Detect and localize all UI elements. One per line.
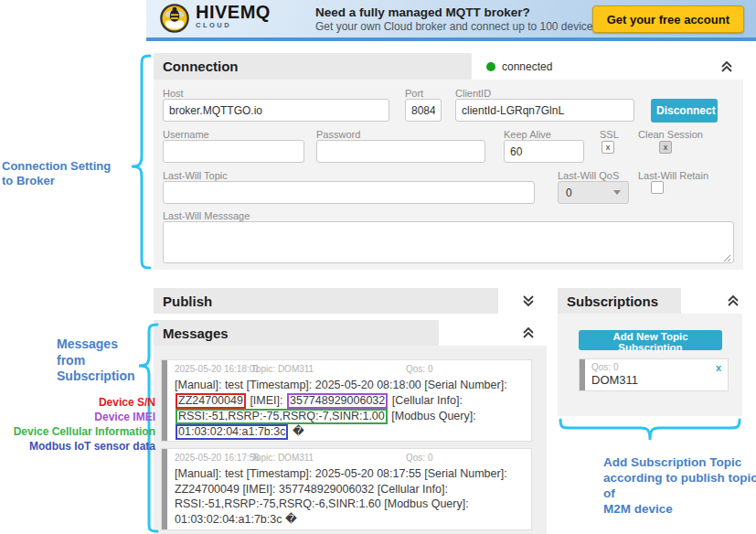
modbus-query-value: 01:03:02:04:a1:7b:3c: [175, 513, 282, 526]
message-accent-bar: [162, 360, 167, 441]
host-label: Host: [163, 88, 184, 99]
last-will-qos-value: 0: [566, 187, 572, 199]
keep-alive-input[interactable]: [504, 140, 584, 163]
ssl-checkbox[interactable]: x: [602, 141, 614, 154]
subscriptions-title: Subscriptions: [558, 294, 658, 309]
chevron-down-icon: [613, 190, 621, 195]
port-label: Port: [405, 88, 423, 99]
modbus-query-value: 01:03:02:04:a1:7b:3c: [176, 424, 288, 440]
subscription-item[interactable]: Qos: 0 DOM311 x: [579, 358, 729, 391]
messages-title: Messages: [154, 326, 229, 341]
serial-number-value: ZZ24700049: [176, 393, 246, 409]
message-payload: [Manual]: test [Timestamp]: 2025-05-20 0…: [175, 378, 524, 440]
messages-list: 2025-05-20 16:18:01 Topic: DOM311 Qos: 0…: [154, 346, 547, 534]
connected-status-text: connected: [502, 60, 552, 73]
password-input[interactable]: [316, 140, 485, 163]
last-will-topic-input[interactable]: [163, 181, 535, 204]
message-card[interactable]: 2025-05-20 16:17:56 Topic: DOM311 Qos: 0…: [161, 448, 532, 530]
last-will-message-label: Last-Will Messsage: [163, 210, 250, 221]
imei-value: 357748929006032: [279, 483, 374, 496]
last-will-qos-label: Last-Will QoS: [558, 170, 619, 181]
cellular-info-value: RSSI:-51,RSRP:-75,RSRQ:-6,SINR:1.60: [175, 497, 381, 510]
port-input[interactable]: [405, 99, 442, 122]
get-free-account-button[interactable]: Get your free account: [592, 5, 744, 33]
keep-alive-label: Keep Alive: [504, 129, 551, 140]
message-topic: Topic: DOM311: [251, 364, 314, 374]
host-input[interactable]: [163, 99, 389, 122]
cellular-info-value: RSSI:-51,RSRP:-75,RSRQ:-7,SINR:1.00: [176, 409, 388, 424]
expand-publish-icon[interactable]: [521, 294, 536, 308]
publish-chevron-box: [498, 288, 556, 314]
publish-header: Publish: [154, 288, 498, 314]
remove-subscription-icon[interactable]: x: [716, 362, 721, 373]
clean-session-checkbox[interactable]: x: [659, 141, 672, 154]
messages-header: Messages: [154, 320, 439, 346]
imei-value: 357748929006032: [287, 393, 388, 409]
collapse-subscriptions-icon[interactable]: [726, 294, 740, 308]
clean-session-label: Clean Session: [638, 129, 703, 140]
ssl-label: SSL: [600, 129, 619, 140]
disconnect-button[interactable]: Disconnect: [651, 99, 718, 123]
annotation-connection-setting: Connection Setting to Broker: [2, 159, 130, 188]
banner-headline: Need a fully managed MQTT broker?: [315, 5, 530, 19]
message-payload: [Manual]: test [Timestamp]: 2025-05-20 0…: [175, 466, 524, 527]
messages-chevron-box: [439, 320, 556, 346]
hivemq-logo: HIVEMQ CLOUD: [159, 3, 271, 37]
connected-status-dot: [486, 62, 495, 71]
message-qos: Qos: 0: [406, 453, 432, 463]
password-label: Password: [316, 129, 360, 140]
connection-title: Connection: [154, 59, 239, 74]
annotation-device-sn: Device S/N: [0, 395, 155, 410]
serial-number-value: ZZ24700049: [175, 483, 240, 496]
connection-brace-callout: [128, 53, 152, 271]
add-new-topic-subscription-button[interactable]: Add New Topic Subscription: [579, 330, 722, 350]
hivemq-wordmark: HIVEMQ: [196, 3, 271, 21]
resize-handle-icon[interactable]: [722, 253, 731, 262]
username-label: Username: [163, 129, 209, 140]
publish-title: Publish: [154, 294, 212, 309]
message-timestamp: 2025-05-20 16:18:01: [175, 364, 260, 374]
message-timestamp: 2025-05-20 16:17:56: [175, 453, 260, 463]
subscriptions-header: Subscriptions: [558, 288, 681, 314]
subscriptions-chevron-box: [681, 288, 751, 314]
hivemq-banner: HIVEMQ CLOUD Need a fully managed MQTT b…: [146, 0, 756, 41]
message-card[interactable]: 2025-05-20 16:18:01 Topic: DOM311 Qos: 0…: [161, 359, 532, 442]
annotation-device-cellular: Device Cellular Information: [0, 424, 155, 439]
collapse-messages-icon[interactable]: [521, 326, 536, 340]
annotation-device-fields: Device S/N Device IMEI Device Cellular I…: [0, 395, 155, 454]
hivemq-cloud-label: CLOUD: [196, 22, 271, 29]
clientid-input[interactable]: [455, 99, 634, 122]
hivemq-bee-icon: [159, 3, 190, 37]
connection-status: connected: [472, 53, 743, 80]
annotation-device-modbus: Modbus IoT sensor data: [0, 439, 155, 454]
subscription-brace-callout: [558, 417, 742, 444]
last-will-message-textarea[interactable]: [163, 221, 734, 263]
subscription-topic: DOM311: [591, 373, 638, 387]
annotation-add-subscription-topic: Add Subscription Topic according to publ…: [603, 454, 756, 517]
last-will-retain-label: Last-Will Retain: [638, 170, 708, 181]
subscription-accent-bar: [580, 359, 585, 390]
last-will-topic-label: Last-Will Topic: [163, 170, 228, 181]
subscription-qos: Qos: 0: [591, 362, 618, 372]
message-qos: Qos: 0: [406, 364, 432, 374]
collapse-connection-icon[interactable]: [719, 59, 734, 74]
connection-panel: Connection connected Host Port ClientID …: [154, 53, 743, 270]
banner-subheadline: Get your own Cloud broker and connect up…: [315, 20, 639, 33]
message-topic: Topic: DOM311: [251, 453, 314, 463]
username-input[interactable]: [163, 140, 304, 163]
last-will-retain-checkbox[interactable]: [651, 181, 664, 194]
last-will-qos-select[interactable]: 0: [558, 181, 629, 204]
clientid-label: ClientID: [455, 88, 491, 99]
message-accent-bar: [162, 449, 167, 529]
mqtt-client-page: HIVEMQ CLOUD Need a fully managed MQTT b…: [0, 0, 756, 534]
annotation-device-imei: Device IMEI: [0, 410, 155, 424]
